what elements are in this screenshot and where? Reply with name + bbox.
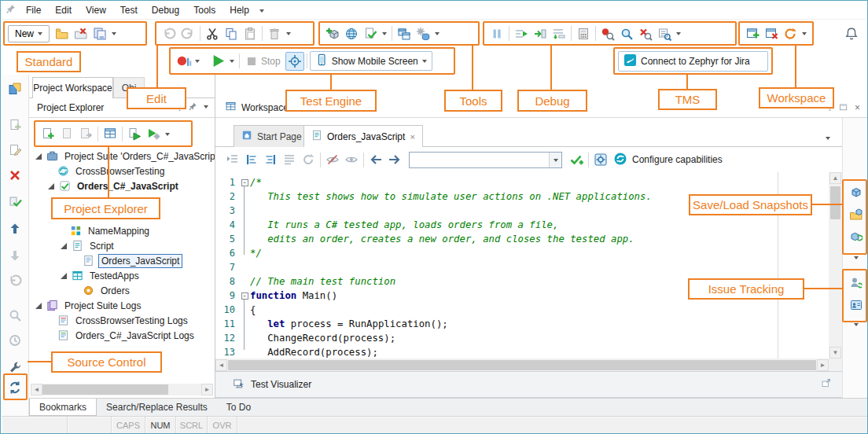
rotate-icon[interactable] (299, 150, 318, 169)
dropdown-icon[interactable] (109, 24, 119, 43)
workspace-panels-icon[interactable] (6, 79, 24, 98)
forward-icon[interactable] (385, 150, 404, 169)
commit-changes-icon[interactable] (6, 219, 24, 238)
copy-icon[interactable] (222, 24, 241, 43)
close-panel-icon[interactable] (762, 24, 781, 43)
align-justify-icon[interactable] (280, 150, 299, 169)
issue-list-icon[interactable] (847, 296, 866, 314)
error-window-icon[interactable] (636, 24, 655, 43)
menu-debug[interactable]: Debug (145, 2, 186, 18)
back-icon[interactable] (366, 150, 385, 169)
scroll-left-icon[interactable]: ◄ (215, 359, 227, 371)
dropdown-icon[interactable] (674, 24, 683, 43)
save-snapshot-icon[interactable] (847, 183, 866, 202)
expander-open-icon[interactable] (35, 153, 42, 160)
cut-icon[interactable] (203, 24, 222, 43)
point-and-fix-icon[interactable] (285, 52, 304, 71)
tree-item[interactable]: NameMapping (29, 223, 215, 238)
expander-open-icon[interactable] (61, 243, 67, 249)
refresh-snapshot-icon[interactable] (847, 227, 866, 246)
test-visualizer-bar[interactable]: Test Visualizer (215, 371, 842, 398)
tab-bookmarks[interactable]: Bookmarks (29, 399, 97, 416)
watch-list-icon[interactable] (655, 24, 674, 43)
dropdown-icon[interactable] (163, 124, 172, 143)
close-file-icon[interactable] (72, 24, 90, 43)
tab-list-dropdown-icon[interactable] (823, 128, 833, 147)
run-project-icon[interactable] (125, 124, 144, 143)
search-icon[interactable] (6, 306, 24, 325)
editor-vscrollbar[interactable]: ▲ ▼ (829, 172, 842, 359)
step-into-icon[interactable] (531, 24, 550, 43)
add-cube-icon[interactable] (323, 24, 342, 43)
record-test-icon[interactable] (174, 52, 193, 71)
check-syntax-icon[interactable] (6, 193, 24, 211)
restore-layout-icon[interactable] (781, 24, 800, 43)
tree-item[interactable]: Orders_C#_JavaScript Logs (29, 328, 215, 343)
add-issue-icon[interactable] (847, 274, 866, 292)
format-icon[interactable] (223, 150, 242, 169)
tree-item[interactable]: CrossBrowserTesting (29, 164, 215, 178)
redo-icon[interactable] (178, 24, 197, 43)
save-all-icon[interactable] (90, 24, 109, 43)
dropdown-icon[interactable] (380, 24, 389, 43)
menu-overflow-icon[interactable] (259, 9, 264, 15)
scroll-left-icon[interactable]: ◄ (31, 384, 42, 395)
tree-item[interactable]: CrossBrowserTesting Logs (29, 313, 215, 328)
eye-off-icon[interactable] (323, 150, 342, 169)
object-browser-icon[interactable] (342, 24, 361, 43)
tree-item[interactable]: Script (29, 238, 215, 253)
add-from-template-icon[interactable] (76, 124, 95, 143)
tab-project-workspace[interactable]: Project Workspace (32, 77, 113, 98)
menu-view[interactable]: View (79, 2, 113, 18)
add-panel-icon[interactable] (743, 24, 762, 43)
open-file-icon[interactable] (53, 24, 72, 43)
run-options-dropdown-icon[interactable] (227, 52, 237, 71)
dropdown-icon[interactable] (800, 24, 809, 43)
inspect-icon[interactable] (617, 24, 636, 43)
close-icon[interactable]: × (855, 102, 860, 113)
pause-icon[interactable] (487, 24, 506, 43)
expander-open-icon[interactable] (61, 273, 67, 279)
evaluate-icon[interactable] (574, 24, 593, 43)
scrollbar-thumb[interactable] (228, 360, 816, 370)
project-tree-hscrollbar[interactable]: ◄ ► (31, 384, 213, 395)
scroll-right-icon[interactable]: ► (817, 359, 829, 371)
fold-margin[interactable]: -- (239, 172, 250, 359)
step-lines-icon[interactable] (512, 24, 531, 43)
breakpoints-icon[interactable] (598, 24, 617, 43)
history-icon[interactable] (6, 331, 24, 350)
run-project-options-icon[interactable] (144, 124, 163, 143)
tree-item[interactable]: Project Suite 'Orders_C#_JavaScript' (1 (29, 149, 215, 164)
add-new-item-icon[interactable] (39, 124, 57, 143)
tab-to-do[interactable]: To Do (217, 399, 260, 416)
delete-icon[interactable] (265, 24, 284, 43)
menu-file[interactable]: File (19, 2, 48, 18)
source-control-sync-icon[interactable] (6, 378, 24, 397)
tree-item[interactable]: TestedApps (29, 268, 215, 283)
get-latest-icon[interactable] (6, 246, 24, 265)
float-panel-icon[interactable] (821, 378, 831, 391)
align-left-icon[interactable] (242, 150, 261, 169)
options-wrench-icon[interactable] (6, 358, 24, 377)
tree-item[interactable]: Project Suite Logs (29, 298, 215, 313)
dropdown-icon[interactable] (284, 24, 293, 43)
menu-tools[interactable]: Tools (186, 2, 223, 18)
align-right-icon[interactable] (261, 150, 280, 169)
connect-zephyr-button[interactable]: Connect to Zephyr for Jira (618, 51, 768, 72)
run-test-icon[interactable] (208, 52, 227, 71)
eye-icon[interactable] (342, 150, 361, 169)
organize-icon[interactable] (101, 124, 120, 143)
close-tab-icon[interactable]: × (410, 132, 414, 142)
pin-icon[interactable] (189, 102, 197, 114)
settings-gear-icon[interactable] (591, 150, 610, 169)
fold-collapse-icon[interactable]: - (241, 292, 248, 300)
dropdown-icon[interactable] (847, 248, 866, 267)
scroll-down-icon[interactable]: ▼ (829, 347, 841, 359)
add-item-icon[interactable] (6, 116, 24, 134)
add-existing-item-icon[interactable] (57, 124, 76, 143)
chevron-down-icon[interactable] (549, 153, 561, 167)
paste-icon[interactable] (241, 24, 259, 43)
menu-edit[interactable]: Edit (48, 2, 79, 18)
configure-capabilities-button[interactable]: Configure capabilities (613, 152, 723, 168)
editor-hscrollbar[interactable]: ◄ ► (215, 359, 829, 371)
